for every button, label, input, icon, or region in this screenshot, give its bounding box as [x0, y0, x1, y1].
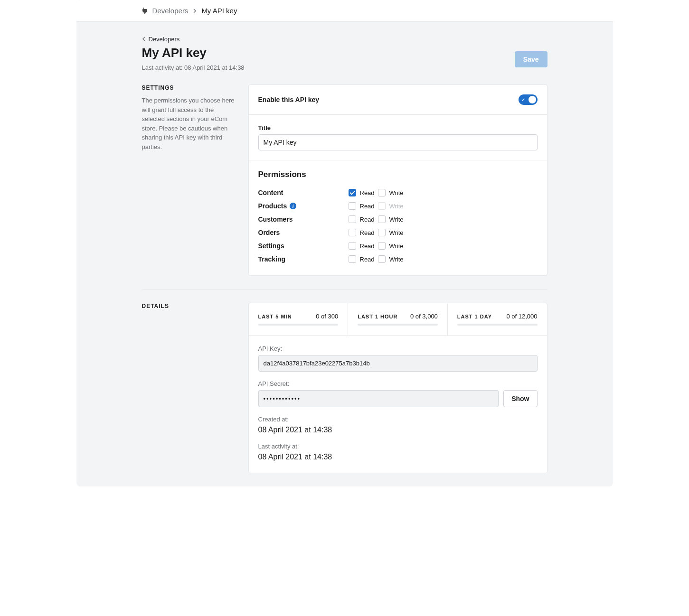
- read-checkbox[interactable]: [349, 215, 356, 223]
- show-secret-button[interactable]: Show: [503, 390, 537, 407]
- write-checkbox[interactable]: [378, 189, 386, 196]
- write-checkbox-label: Write: [389, 229, 404, 236]
- chevron-left-icon: [142, 37, 146, 41]
- write-checkbox: [378, 202, 386, 210]
- stat-progress-bar: [258, 324, 339, 326]
- stat-cell: LAST 1 DAY0 of 12,000: [448, 303, 547, 335]
- write-checkbox[interactable]: [378, 255, 386, 263]
- read-checkbox[interactable]: [349, 255, 356, 263]
- write-checkbox-label: Write: [389, 243, 404, 250]
- read-checkbox-label: Read: [360, 256, 375, 263]
- read-checkbox-label: Read: [360, 243, 375, 250]
- stat-value: 0 of 12,000: [506, 313, 537, 320]
- write-checkbox-label: Write: [389, 189, 404, 196]
- api-secret-label: API Secret:: [258, 380, 538, 387]
- activity-at-label: Last activity at:: [258, 443, 538, 450]
- read-checkbox-label: Read: [360, 229, 375, 236]
- stat-label: LAST 1 HOUR: [358, 314, 397, 319]
- write-checkbox-label: Write: [389, 203, 404, 210]
- read-checkbox-label: Read: [360, 189, 375, 196]
- write-checkbox-label: Write: [389, 216, 404, 223]
- permission-name: Orders: [258, 229, 349, 236]
- stat-cell: LAST 5 MIN0 of 300: [249, 303, 349, 335]
- enable-label: Enable this API key: [258, 96, 320, 103]
- page-title: My API key: [142, 46, 245, 60]
- read-checkbox[interactable]: [349, 202, 356, 210]
- toggle-knob: [529, 96, 536, 103]
- read-checkbox[interactable]: [349, 189, 356, 196]
- permissions-heading: Permissions: [258, 170, 538, 179]
- permission-row: TrackingReadWrite: [258, 252, 538, 266]
- stat-label: LAST 1 DAY: [457, 314, 492, 319]
- read-checkbox-label: Read: [360, 203, 375, 210]
- activity-at-value: 08 April 2021 at 14:38: [258, 453, 538, 461]
- stat-label: LAST 5 MIN: [258, 314, 292, 319]
- breadcrumb-parent[interactable]: Developers: [152, 7, 189, 15]
- api-key-field[interactable]: [258, 355, 538, 372]
- permission-name: Customers: [258, 215, 349, 223]
- topbar: Developers My API key: [76, 0, 613, 22]
- last-activity-note: Last activity at: 08 April 2021 at 14:38: [142, 64, 245, 71]
- api-key-label: API Key:: [258, 345, 538, 352]
- write-checkbox[interactable]: [378, 229, 386, 236]
- settings-description: The permissions you choose here will gra…: [142, 96, 237, 151]
- permission-name: Content: [258, 189, 349, 196]
- write-checkbox[interactable]: [378, 215, 386, 223]
- stat-progress-bar: [358, 324, 438, 326]
- write-checkbox[interactable]: [378, 242, 386, 250]
- save-button[interactable]: Save: [515, 51, 547, 67]
- permission-row: SettingsReadWrite: [258, 239, 538, 252]
- back-link[interactable]: Developers: [142, 36, 180, 43]
- permission-row: OrdersReadWrite: [258, 226, 538, 239]
- permission-name: Tracking: [258, 255, 349, 263]
- api-secret-field[interactable]: [258, 390, 499, 407]
- permission-row: ContentReadWrite: [258, 186, 538, 199]
- created-at-label: Created at:: [258, 416, 538, 423]
- plug-icon: [142, 8, 148, 14]
- back-link-label: Developers: [149, 36, 180, 43]
- created-at-value: 08 April 2021 at 14:38: [258, 426, 538, 434]
- title-field-label: Title: [258, 124, 538, 131]
- permission-row: CustomersReadWrite: [258, 213, 538, 226]
- details-heading: DETAILS: [142, 303, 237, 309]
- info-icon[interactable]: i: [290, 203, 296, 209]
- permission-name: Settings: [258, 242, 349, 250]
- details-card: LAST 5 MIN0 of 300LAST 1 HOUR0 of 3,000L…: [248, 303, 547, 473]
- stat-cell: LAST 1 HOUR0 of 3,000: [348, 303, 448, 335]
- stat-value: 0 of 3,000: [410, 313, 438, 320]
- stat-value: 0 of 300: [316, 313, 338, 320]
- check-icon: ✓: [521, 97, 525, 103]
- settings-heading: SETTINGS: [142, 84, 237, 91]
- enable-toggle[interactable]: ✓: [519, 94, 538, 105]
- title-input[interactable]: [258, 134, 538, 150]
- write-checkbox-label: Write: [389, 256, 404, 263]
- chevron-right-icon: [193, 7, 197, 15]
- permission-name: Productsi: [258, 202, 349, 210]
- read-checkbox-label: Read: [360, 216, 375, 223]
- stat-progress-bar: [457, 324, 538, 326]
- breadcrumb-current: My API key: [201, 7, 237, 15]
- read-checkbox[interactable]: [349, 229, 356, 236]
- settings-card: Enable this API key ✓ Title Permissions: [248, 84, 547, 276]
- read-checkbox[interactable]: [349, 242, 356, 250]
- permission-row: ProductsiReadWrite: [258, 199, 538, 213]
